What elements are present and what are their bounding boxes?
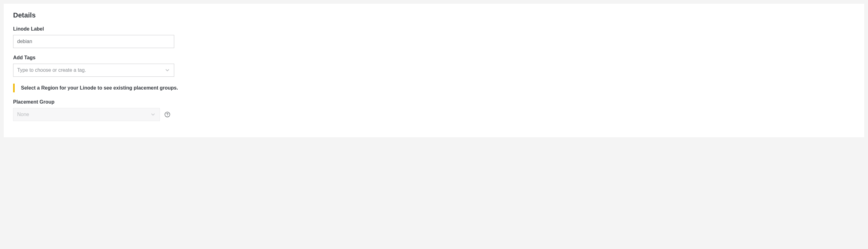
linode-label-label: Linode Label: [13, 26, 855, 32]
placement-group-select: None: [13, 108, 160, 121]
chevron-down-icon: [164, 67, 170, 73]
placement-group-value: None: [17, 112, 29, 117]
chevron-down-icon: [150, 112, 156, 117]
notice-accent-bar: [13, 84, 15, 92]
section-title: Details: [13, 11, 855, 19]
placement-group-label: Placement Group: [13, 99, 855, 105]
details-panel: Details Linode Label Add Tags Type to ch…: [4, 4, 864, 137]
placement-group-row: None: [13, 108, 855, 121]
add-tags-select[interactable]: Type to choose or create a tag.: [13, 64, 174, 77]
notice-text: Select a Region for your Linode to see e…: [21, 85, 178, 91]
linode-label-input[interactable]: [13, 35, 174, 48]
add-tags-label: Add Tags: [13, 55, 855, 61]
placement-group-field: Placement Group None: [13, 99, 855, 121]
add-tags-placeholder: Type to choose or create a tag.: [17, 67, 86, 73]
svg-point-1: [167, 116, 168, 116]
add-tags-field: Add Tags Type to choose or create a tag.: [13, 55, 855, 77]
linode-label-field: Linode Label: [13, 26, 855, 48]
region-notice: Select a Region for your Linode to see e…: [13, 84, 855, 92]
help-icon[interactable]: [164, 112, 170, 118]
